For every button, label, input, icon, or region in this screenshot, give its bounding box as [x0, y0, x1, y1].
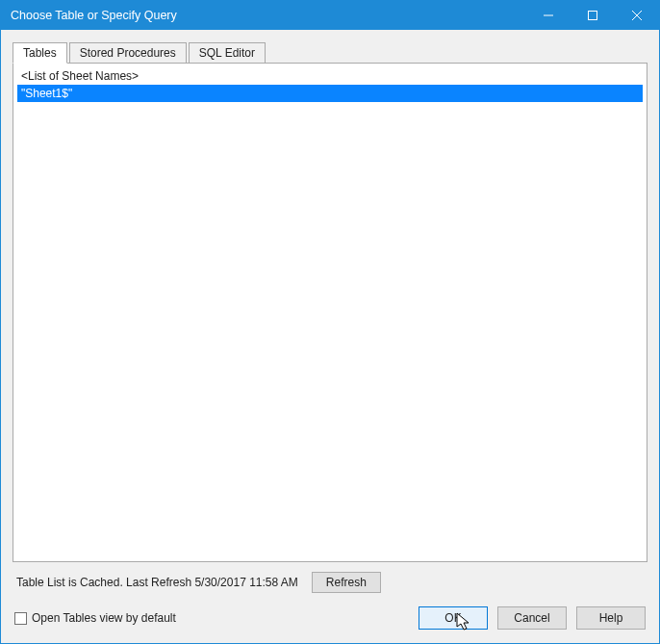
list-item[interactable]: "Sheet1$"	[17, 85, 643, 102]
maximize-button[interactable]	[571, 1, 615, 30]
titlebar[interactable]: Choose Table or Specify Query	[1, 1, 659, 30]
help-button[interactable]: Help	[576, 606, 646, 630]
refresh-button[interactable]: Refresh	[312, 572, 381, 593]
close-button[interactable]	[615, 1, 659, 30]
status-row: Table List is Cached. Last Refresh 5/30/…	[13, 562, 647, 593]
close-icon	[632, 11, 642, 20]
status-text: Table List is Cached. Last Refresh 5/30/…	[16, 576, 298, 589]
listbox-empty-area	[17, 102, 643, 557]
list-header: <List of Sheet Names>	[17, 67, 643, 85]
tab-sql-editor[interactable]: SQL Editor	[189, 42, 266, 64]
client-area: Tables Stored Procedures SQL Editor <Lis…	[1, 30, 659, 606]
checkbox-icon	[14, 612, 27, 625]
maximize-icon	[588, 11, 597, 20]
checkbox-label: Open Tables view by default	[32, 611, 176, 625]
tab-stored-procedures[interactable]: Stored Procedures	[69, 42, 187, 64]
cancel-button[interactable]: Cancel	[497, 606, 567, 630]
tab-row: Tables Stored Procedures SQL Editor	[13, 42, 647, 64]
ok-button[interactable]: OK	[419, 606, 488, 630]
footer: Open Tables view by default OK Cancel He…	[1, 606, 659, 643]
open-tables-default-checkbox[interactable]: Open Tables view by default	[14, 611, 409, 625]
minimize-button[interactable]	[526, 1, 571, 30]
svg-rect-1	[589, 12, 597, 20]
listbox[interactable]: <List of Sheet Names> "Sheet1$"	[13, 63, 647, 562]
dialog-window: Choose Table or Specify Query Tables Sto…	[0, 0, 660, 644]
minimize-icon	[544, 11, 553, 20]
tab-tables[interactable]: Tables	[13, 42, 67, 64]
window-controls	[526, 1, 659, 30]
window-title: Choose Table or Specify Query	[11, 9, 526, 22]
